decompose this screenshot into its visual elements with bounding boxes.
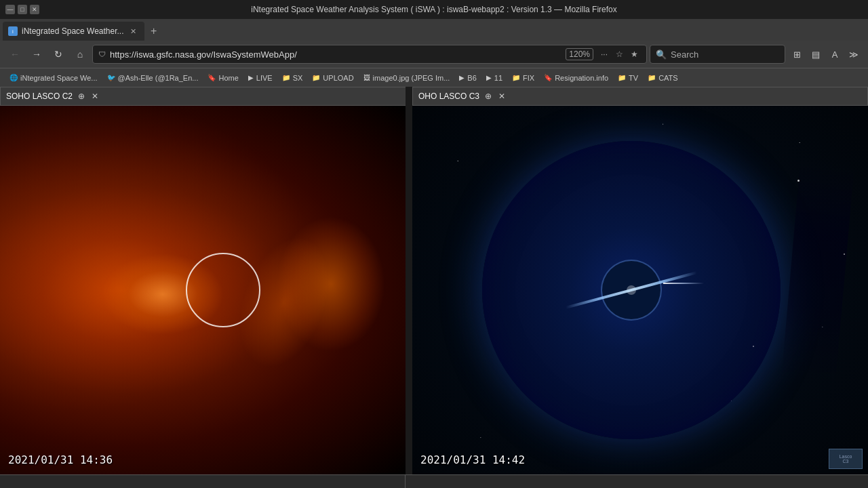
bookmark-favicon-fix: 📁 [512, 74, 520, 81]
url-text: https://iswa.gsfc.nasa.gov/IswaSystemWeb… [110, 49, 561, 60]
bottom-bar-right [406, 475, 868, 488]
bookmark-item-tv[interactable]: 📁 TV [614, 70, 642, 85]
soho-c3-timestamp: 2021/01/31 14:42 [420, 453, 525, 466]
soho-c3-watermark: LascoC3 [829, 449, 863, 469]
search-bar[interactable]: 🔍 Search [650, 45, 785, 64]
soho-c3-panel: 2021/01/31 14:42 LascoC3 [412, 106, 868, 474]
panel-headers: SOHO LASCO C2 ⊕ ✕ OHO LASCO C3 ⊕ ✕ [0, 87, 868, 106]
forward-button[interactable]: → [27, 45, 46, 64]
bookmark-item-sx[interactable]: 📁 SX [278, 70, 307, 85]
bookmark-item-upload[interactable]: 📁 UPLOAD [308, 70, 357, 85]
panels-divider [406, 106, 412, 474]
tab-favicon: i [8, 26, 18, 36]
bookmark-label-home: Home [218, 74, 238, 82]
bookmark-label-live: LIVE [256, 74, 273, 82]
bookmark-favicon-11: ▶ [486, 74, 492, 81]
bookmark-label-cats: CATS [658, 74, 678, 82]
bookmark-favicon-twitter: 🐦 [107, 74, 115, 81]
home-button[interactable]: ⌂ [71, 45, 90, 64]
bookmark-label-tv: TV [629, 74, 638, 82]
tab-close-button[interactable]: ✕ [128, 26, 139, 37]
bookmark-label-fix: FIX [523, 74, 534, 82]
tab-bar: i iNtegrated Space Weather... ✕ + [0, 19, 868, 41]
bookmark-item-cats[interactable]: 📁 CATS [644, 70, 682, 85]
new-tab-button[interactable]: + [144, 22, 163, 41]
search-icon: 🔍 [656, 49, 667, 60]
soho-c3-image: 2021/01/31 14:42 LascoC3 [412, 106, 868, 474]
bookmark-label-iswa: iNtegrated Space We... [20, 74, 98, 82]
bookmark-favicon-tv: 📁 [618, 74, 626, 81]
bookmark-item-live[interactable]: ▶ LIVE [244, 70, 277, 85]
left-panel-header: SOHO LASCO C2 ⊕ ✕ [0, 87, 406, 106]
left-panel-title: SOHO LASCO C2 [6, 92, 73, 101]
bookmark-favicon-cats: 📁 [648, 74, 656, 81]
bookmark-item-home[interactable]: 🔖 Home [203, 70, 242, 85]
soho-c2-timestamp: 2021/01/31 14:36 [8, 453, 113, 466]
back-button[interactable]: ← [5, 45, 24, 64]
bookmark-icon[interactable]: ☆ [612, 47, 626, 61]
right-panel-title: OHO LASCO C3 [418, 92, 479, 101]
bookmark-favicon-iswa: 🌐 [9, 74, 18, 81]
panel-divider [406, 87, 412, 106]
right-panel-close-button[interactable]: ✕ [497, 92, 507, 101]
soho-c2-panel: 2021/01/31 14:36 [0, 106, 406, 474]
navbar: ← → ↻ ⌂ 🛡 https://iswa.gsfc.nasa.gov/Isw… [0, 41, 868, 68]
bookmark-item-resignation[interactable]: 🔖 Resignation.info [540, 70, 612, 85]
soho-c2-image: 2021/01/31 14:36 [0, 106, 406, 474]
collections-button[interactable]: ⊞ [788, 45, 806, 63]
bookmark-label-resignation: Resignation.info [555, 74, 608, 82]
active-tab[interactable]: i iNtegrated Space Weather... ✕ [3, 22, 144, 41]
bookmark-label-b6: B6 [467, 74, 476, 82]
bookmark-item-fix[interactable]: 📁 FIX [508, 70, 538, 85]
ellipsis-icon[interactable]: ··· [597, 47, 611, 61]
bookmark-item-11[interactable]: ▶ 11 [482, 70, 507, 85]
bookmark-favicon-upload: 📁 [312, 74, 320, 81]
bookmark-favicon-live: ▶ [248, 74, 254, 81]
right-panel-header: OHO LASCO C3 ⊕ ✕ [412, 87, 868, 106]
bookmark-favicon-home: 🔖 [208, 74, 216, 81]
bookmark-favicon-resignation: 🔖 [544, 74, 552, 81]
security-icon: 🛡 [98, 50, 106, 58]
reader-button[interactable]: A [826, 45, 844, 63]
minimize-button[interactable]: — [5, 5, 15, 14]
bookmark-favicon-b6: ▶ [459, 74, 465, 81]
zoom-level: 120% [566, 48, 593, 60]
maximize-button[interactable]: □ [18, 5, 27, 14]
star-icon[interactable]: ★ [627, 47, 641, 61]
bookmark-label-11: 11 [494, 74, 502, 82]
bookmark-item-iswa[interactable]: 🌐 iNtegrated Space We... [5, 70, 102, 85]
image-panels: 2021/01/31 14:36 [0, 106, 868, 474]
panels-container: SOHO LASCO C2 ⊕ ✕ OHO LASCO C3 ⊕ ✕ [0, 87, 868, 474]
titlebar: — □ ✕ iNtegrated Space Weather Analysis … [0, 0, 868, 19]
soho-c3-streak [663, 283, 704, 284]
bookmark-favicon-image: 🖼 [363, 74, 370, 81]
url-bar[interactable]: 🛡 https://iswa.gsfc.nasa.gov/IswaSystemW… [92, 45, 647, 64]
main-content: SOHO LASCO C2 ⊕ ✕ OHO LASCO C3 ⊕ ✕ [0, 87, 868, 488]
left-panel-detach-button[interactable]: ⊕ [77, 92, 86, 101]
bookmark-label-twitter: @Ash-Elle (@1Ra_En... [118, 74, 199, 82]
right-panel-detach-button[interactable]: ⊕ [484, 92, 493, 101]
bookmark-label-upload: UPLOAD [323, 74, 353, 82]
left-panel-close-button[interactable]: ✕ [90, 92, 100, 101]
window-title: iNtegrated Space Weather Analysis System… [46, 5, 822, 14]
sidebar-button[interactable]: ▤ [807, 45, 825, 63]
bookmark-favicon-sx: 📁 [282, 74, 290, 81]
bottom-bar [0, 474, 868, 488]
tab-label: iNtegrated Space Weather... [22, 26, 124, 36]
bookmark-item-twitter[interactable]: 🐦 @Ash-Elle (@1Ra_En... [103, 70, 203, 85]
bookmarks-bar: 🌐 iNtegrated Space We... 🐦 @Ash-Elle (@1… [0, 68, 868, 87]
bookmark-item-b6[interactable]: ▶ B6 [455, 70, 480, 85]
star-3 [753, 346, 754, 347]
extensions-button[interactable]: ≫ [845, 45, 863, 63]
bookmark-label-image: image0.jpg (JPEG Im... [373, 74, 450, 82]
bottom-bar-left [0, 475, 406, 488]
soho-c2-sun-ring [186, 253, 260, 327]
nav-extras: ⊞ ▤ A ≫ [788, 45, 863, 63]
urlbar-actions: ··· ☆ ★ [597, 47, 641, 61]
bookmark-label-sx: SX [293, 74, 303, 82]
close-button[interactable]: ✕ [30, 5, 39, 14]
search-placeholder: Search [671, 49, 698, 60]
bookmark-item-image[interactable]: 🖼 image0.jpg (JPEG Im... [359, 70, 454, 85]
reload-button[interactable]: ↻ [49, 45, 68, 64]
